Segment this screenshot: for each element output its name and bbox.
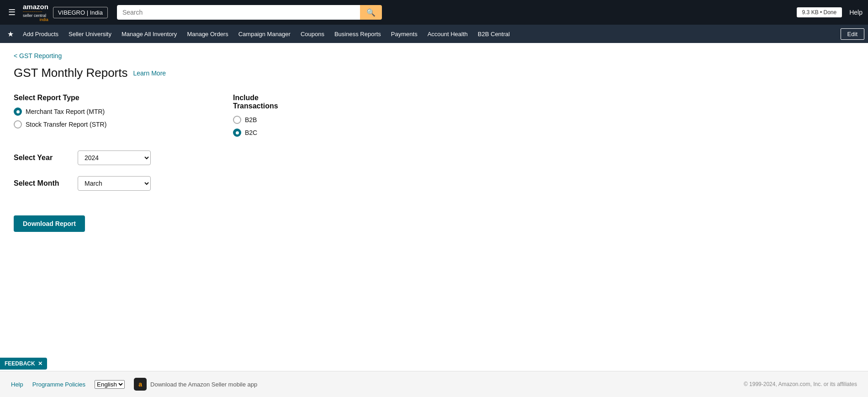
include-transactions-section: IncludeTransactions B2B B2C [233,94,278,141]
nav-manage-all-inventory[interactable]: Manage All Inventory [117,25,181,43]
learn-more-link[interactable]: Learn More [133,70,166,77]
nav-payments[interactable]: Payments [386,25,422,43]
radio-b2c-label: B2C [245,129,257,136]
year-row: Select Year 2022 2023 2024 [14,150,854,165]
download-status: 9.3 KB • Done [797,7,842,17]
search-input[interactable] [117,5,360,20]
nav-coupons[interactable]: Coupons [296,25,329,43]
download-report-button[interactable]: Download Report [14,215,85,232]
main-content: < GST Reporting GST Monthly Reports Lear… [0,43,868,241]
page-title-wrap: GST Monthly Reports Learn More [14,66,854,80]
nav-manage-orders[interactable]: Manage Orders [182,25,233,43]
search-button[interactable]: 🔍 [360,5,382,20]
include-transactions-label: IncludeTransactions [233,94,278,110]
radio-mtr-circle[interactable] [14,107,22,116]
radio-b2c-circle[interactable] [233,129,241,137]
star-icon[interactable]: ★ [4,30,17,38]
nav-add-products[interactable]: Add Products [18,25,63,43]
month-row: Select Month January February March Apri… [14,176,854,191]
nav-account-health[interactable]: Account Health [423,25,472,43]
radio-b2b-circle[interactable] [233,116,241,124]
nav-seller-university[interactable]: Seller University [64,25,116,43]
radio-str[interactable]: Stock Transfer Report (STR) [14,120,196,129]
year-select[interactable]: 2022 2023 2024 [78,150,151,165]
radio-mtr-label: Merchant Tax Report (MTR) [26,108,105,115]
radio-mtr[interactable]: Merchant Tax Report (MTR) [14,107,196,116]
top-bar: ☰ amazon ~~~~~~~~~ seller central india … [0,0,868,25]
nav-campaign-manager[interactable]: Campaign Manager [234,25,295,43]
radio-b2b[interactable]: B2B [233,116,278,124]
radio-b2b-label: B2B [245,116,257,123]
year-label: Select Year [14,154,69,162]
search-bar: 🔍 [117,5,382,20]
radio-b2c[interactable]: B2C [233,129,278,137]
top-right-area: 9.3 KB • Done Help [797,7,863,17]
page-title: GST Monthly Reports [14,66,128,80]
store-badge[interactable]: VIBEGRO | India [53,7,108,18]
month-select[interactable]: January February March April May June Ju… [78,176,151,191]
month-label: Select Month [14,179,69,188]
report-section: Select Report Type Merchant Tax Report (… [14,94,854,141]
help-link[interactable]: Help [849,9,863,16]
radio-str-label: Stock Transfer Report (STR) [26,121,106,128]
edit-button[interactable]: Edit [841,28,864,40]
nav-bar: ★ Add Products Seller University Manage … [0,25,868,43]
nav-business-reports[interactable]: Business Reports [330,25,386,43]
report-type-section: Select Report Type Merchant Tax Report (… [14,94,196,141]
hamburger-icon[interactable]: ☰ [5,5,18,20]
amazon-logo: amazon ~~~~~~~~~ seller central india [23,3,48,22]
nav-b2b-central[interactable]: B2B Central [473,25,514,43]
radio-str-circle[interactable] [14,120,22,129]
back-link[interactable]: < GST Reporting [14,52,62,59]
report-type-label: Select Report Type [14,94,196,102]
